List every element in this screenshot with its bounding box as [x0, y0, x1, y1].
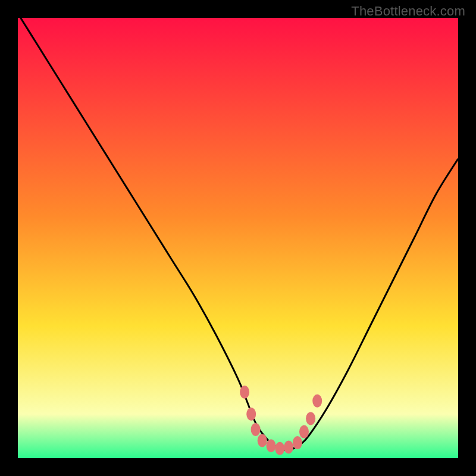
curve-marker: [275, 442, 284, 455]
watermark-text: TheBottleneck.com: [351, 4, 465, 19]
curve-marker: [246, 408, 256, 421]
plot-area: [18, 18, 458, 458]
curve-marker: [258, 434, 267, 447]
curve-marker: [306, 412, 315, 425]
curve-marker: [284, 441, 293, 454]
gradient-background: [18, 18, 458, 458]
curve-marker: [293, 436, 302, 449]
curve-marker: [299, 425, 309, 439]
curve-marker: [240, 386, 249, 399]
chart-svg: [18, 18, 458, 458]
curve-marker: [312, 394, 322, 408]
chart-frame: TheBottleneck.com: [0, 0, 476, 476]
curve-marker: [267, 439, 276, 452]
curve-marker: [251, 423, 261, 436]
